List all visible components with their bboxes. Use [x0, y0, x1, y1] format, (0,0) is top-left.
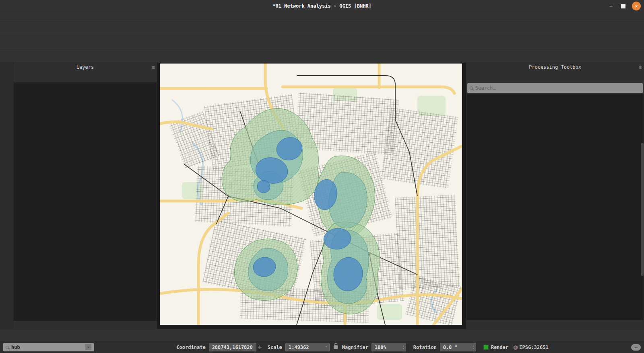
maximize-button[interactable]: [621, 4, 625, 8]
scale-select[interactable]: 1:49362: [285, 343, 330, 351]
processing-search-placeholder: Search…: [475, 85, 496, 91]
layers-panel: Layers ⊠: [13, 63, 157, 329]
close-button[interactable]: ✕: [632, 2, 641, 10]
magnifier-label: Magnifier: [342, 345, 368, 350]
rotation-input[interactable]: 0.0 °: [440, 343, 476, 351]
processing-toolbox-panel: Processing Toolbox ⊠ Search…: [466, 63, 644, 329]
render-label: Render: [491, 345, 508, 350]
layers-bottom-tabs: [13, 321, 157, 329]
left-icon-rail: [0, 63, 13, 329]
layers-panel-header: Layers ⊠: [13, 63, 157, 72]
coordinate-label: Coordinate: [176, 345, 205, 350]
snapping-toolbar: [0, 329, 644, 341]
status-bar: hub ✕ Coordinate 288743,1617820 ✛ Scale …: [0, 341, 644, 353]
processing-panel-close-icon[interactable]: ⊠: [639, 65, 642, 70]
layers-panel-title: Layers: [76, 64, 94, 70]
locator-search-value: hub: [11, 345, 20, 350]
search-icon: [470, 86, 473, 90]
layers-panel-close-icon[interactable]: ⊠: [152, 65, 155, 70]
processing-search-input[interactable]: Search…: [467, 83, 643, 93]
toolbar-row-2: [0, 35, 644, 49]
map-canvas[interactable]: [160, 64, 462, 325]
crs-status[interactable]: EPSG:32651: [519, 345, 548, 350]
render-checkbox[interactable]: [483, 345, 489, 350]
map-area: [157, 63, 466, 329]
processing-algorithms-tree: [466, 94, 644, 320]
coordinate-input[interactable]: 288743,1617820: [209, 343, 256, 351]
rotation-label: Rotation: [413, 345, 437, 350]
basemap-svg: [160, 64, 462, 325]
layers-tree: [14, 82, 157, 321]
processing-panel-toolbar: [466, 72, 644, 82]
magnifier-input[interactable]: 100%: [372, 343, 406, 351]
toolbar-row-1: [0, 22, 644, 35]
menu-bar: [0, 12, 644, 22]
extent-icon[interactable]: ✛: [258, 345, 262, 350]
layers-panel-toolbar: [13, 72, 157, 82]
scale-label: Scale: [268, 345, 282, 350]
lock-scale-icon[interactable]: [334, 345, 338, 349]
locator-search-input[interactable]: hub ✕: [3, 343, 94, 351]
window-controls: – ✕: [607, 0, 641, 12]
clear-search-icon[interactable]: ✕: [85, 344, 91, 350]
processing-scrollbar[interactable]: [641, 143, 644, 276]
toolbar-row-3: [0, 49, 644, 63]
right-dock-tabs: [466, 320, 644, 329]
messages-icon[interactable]: …: [631, 344, 641, 351]
window-title: *01 Network Analysis - QGIS [BNHR]: [272, 3, 372, 9]
processing-panel-title: Processing Toolbox: [529, 64, 581, 70]
locator-search-icon: [6, 346, 9, 349]
crs-globe-icon: ◍: [513, 344, 518, 350]
title-bar: *01 Network Analysis - QGIS [BNHR] – ✕: [0, 0, 644, 12]
minimize-button[interactable]: –: [607, 3, 615, 9]
processing-panel-header: Processing Toolbox ⊠: [466, 63, 644, 72]
